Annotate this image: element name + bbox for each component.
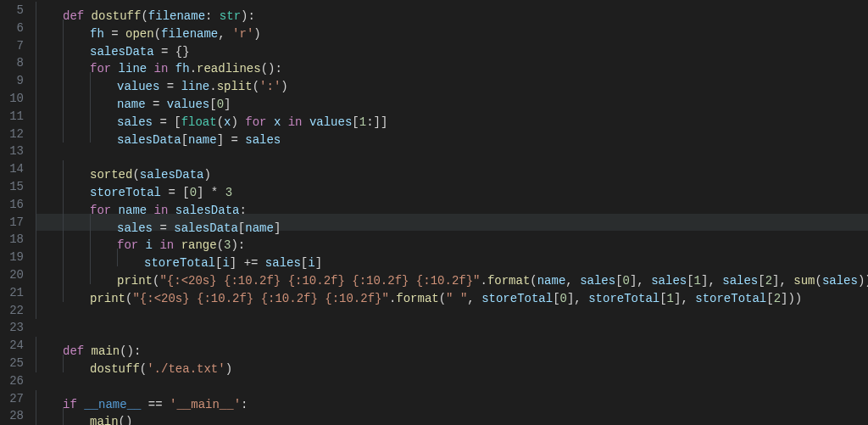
line-number: 25 xyxy=(0,355,24,372)
line-number: 24 xyxy=(0,337,24,355)
code-line[interactable] xyxy=(36,302,868,320)
code-line[interactable]: values = line.split(':') xyxy=(36,72,868,90)
line-number: 20 xyxy=(0,266,24,284)
code-line[interactable]: for name in salesData: xyxy=(36,196,868,214)
code-line[interactable]: print("{:<20s} {:10.2f} {:10.2f} {:10.2f… xyxy=(36,266,868,284)
line-number: 5 xyxy=(0,2,24,20)
line-number: 15 xyxy=(0,178,24,196)
code-line[interactable] xyxy=(36,143,868,160)
line-number: 11 xyxy=(0,108,24,126)
line-number: 27 xyxy=(0,390,24,408)
code-line[interactable]: sales = salesData[name] xyxy=(36,214,868,232)
line-number: 13 xyxy=(0,143,24,160)
line-number: 9 xyxy=(0,72,24,90)
code-line[interactable]: fh = open(filename, 'r') xyxy=(36,20,868,37)
code-line[interactable]: salesData[name] = sales xyxy=(36,126,868,143)
code-line[interactable]: salesData = {} xyxy=(36,37,868,55)
code-line[interactable]: sales = [float(x) for x in values[1:]] xyxy=(36,108,868,126)
line-number: 22 xyxy=(0,302,24,320)
code-line[interactable] xyxy=(36,319,868,337)
code-editor[interactable]: 5678910111213141516171819202122232425262… xyxy=(0,0,868,425)
line-number: 26 xyxy=(0,372,24,390)
line-number: 23 xyxy=(0,319,24,337)
line-number: 28 xyxy=(0,407,24,425)
line-number: 12 xyxy=(0,126,24,143)
code-line[interactable]: if __name__ == '__main__': xyxy=(36,390,868,408)
code-line[interactable]: dostuff('./tea.txt') xyxy=(36,355,868,372)
code-line[interactable]: def main(): xyxy=(36,337,868,355)
code-line[interactable]: print("{:<20s} {:10.2f} {:10.2f} {:10.2f… xyxy=(36,284,868,302)
code-line[interactable]: main() xyxy=(36,407,868,425)
line-number: 16 xyxy=(0,196,24,214)
line-number: 10 xyxy=(0,90,24,108)
line-number-gutter: 5678910111213141516171819202122232425262… xyxy=(0,2,36,425)
line-number: 8 xyxy=(0,54,24,72)
code-line[interactable]: name = values[0] xyxy=(36,90,868,108)
code-line[interactable]: for i in range(3): xyxy=(36,231,868,249)
line-number: 6 xyxy=(0,20,24,37)
code-line[interactable]: storeTotal[i] += sales[i] xyxy=(36,249,868,266)
line-number: 17 xyxy=(0,214,24,232)
code-line[interactable]: storeTotal = [0] * 3 xyxy=(36,178,868,196)
line-number: 7 xyxy=(0,37,24,55)
line-number: 18 xyxy=(0,231,24,249)
code-area[interactable]: def dostuff(filename: str):fh = open(fil… xyxy=(36,2,868,425)
line-number: 19 xyxy=(0,249,24,266)
code-line[interactable]: sorted(salesData) xyxy=(36,160,868,178)
code-line[interactable] xyxy=(36,372,868,390)
code-line[interactable]: def dostuff(filename: str): xyxy=(36,2,868,20)
code-line[interactable]: for line in fh.readlines(): xyxy=(36,54,868,72)
line-number: 14 xyxy=(0,160,24,178)
line-number: 21 xyxy=(0,284,24,302)
